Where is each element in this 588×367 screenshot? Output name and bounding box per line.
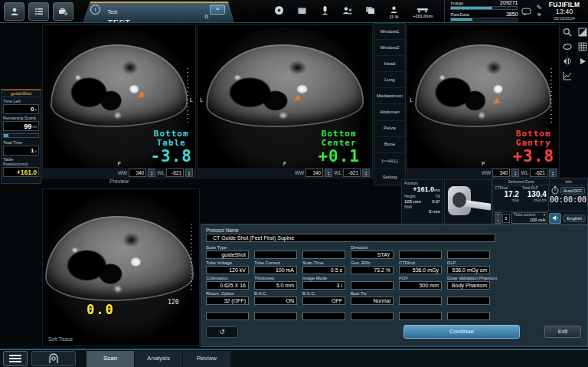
protocol-name-input[interactable]: CT Guide Shot (Feet First) Supine (206, 234, 495, 242)
collimation-input[interactable]: 0.625 X 16 (206, 281, 249, 290)
gantry-monitor-button[interactable] (31, 351, 76, 366)
viewport-bottom-center[interactable]: Bottom Center +0.1 L P WW 340 ▴▾ WL -621… (197, 25, 373, 179)
ctdi-input[interactable]: 536.0 mGy (399, 266, 442, 274)
ww-spinner[interactable]: ▴▾ (325, 169, 332, 177)
undo-button[interactable]: ↺ (206, 326, 238, 338)
bgc-input[interactable]: OFF (302, 297, 345, 305)
histogram-icon[interactable] (563, 71, 572, 80)
image-mode-input[interactable]: 3 i (302, 281, 345, 290)
transfer-button[interactable] (340, 5, 355, 15)
preset-head[interactable]: Head (374, 56, 405, 72)
wl-spinner[interactable]: ▴▾ (185, 169, 193, 177)
stepper-down-icon[interactable]: ▾ (495, 218, 501, 224)
wl-value[interactable]: -621 (530, 169, 547, 177)
tube-voltage-input[interactable]: 120 kV (206, 266, 249, 274)
image-counter-value: 209271 (500, 0, 518, 5)
ww-spinner[interactable]: ▴▾ (511, 169, 519, 177)
preset-window1[interactable]: Window1 (374, 24, 405, 40)
dose-phantom-input[interactable]: Body Phantom (447, 281, 490, 290)
grid-icon[interactable] (578, 42, 587, 51)
protocol-field: Collimation0.625 X 16 (206, 276, 249, 290)
preset-bone[interactable]: Bone (374, 137, 405, 153)
scan-type-input[interactable]: guideShot (206, 251, 249, 259)
xray-tube-icon (390, 5, 398, 14)
remaining-scans-label: Remaining Scans (3, 116, 39, 120)
orientation-posterior: P (118, 161, 121, 167)
brand-clock: FUJIFILM 13:40 05/16/2024 (544, 2, 584, 21)
stepper-value: 5 (502, 214, 510, 223)
exposure-timer: 00:00:00 (550, 195, 586, 204)
preset-setting[interactable]: Setting (374, 169, 405, 185)
viewport-bottom-table[interactable]: Bottom Table -3.8 L P WW 340 ▴▾ WL -621 … (42, 25, 196, 179)
table-position-indicator[interactable]: +161.0mm (409, 5, 436, 18)
tab-scan[interactable]: Scan (87, 351, 134, 367)
direction-input[interactable]: STAY (351, 251, 394, 259)
language-button[interactable]: English (563, 215, 586, 222)
wl-spinner[interactable]: ▴▾ (362, 169, 370, 177)
patient-tab[interactable]: i Test TEST 0 × (83, 2, 234, 22)
ctdi-unit: mGy (495, 198, 519, 202)
hamburger-icon (9, 355, 21, 356)
dlp-input[interactable]: 536.0 mGy cm (447, 266, 490, 274)
tube-current-dropdown[interactable]: Tube current▾ 100 mA (511, 212, 547, 223)
tab-analysis[interactable]: Analysis (135, 351, 182, 367)
annotation-column: ✎ ♥ (536, 5, 542, 18)
geo-effic-input[interactable]: 73.2 % (351, 266, 394, 274)
menu-button[interactable] (3, 351, 28, 366)
ww-spinner[interactable]: ▴▾ (148, 169, 155, 177)
preset-window2[interactable]: Window2 (374, 40, 405, 56)
ww-value[interactable]: 340 (492, 169, 510, 177)
preset-abdomen[interactable]: Abdomen (374, 104, 405, 120)
tab-review[interactable]: Review (183, 351, 230, 367)
print-button[interactable] (53, 2, 74, 21)
exit-button[interactable]: Exit (544, 326, 581, 338)
ww-value[interactable]: 340 (129, 169, 146, 177)
patient-button[interactable] (4, 2, 24, 21)
gantry-illustration (444, 179, 492, 225)
image-counter-bar (450, 6, 518, 10)
window-level-icon[interactable] (578, 28, 587, 37)
viewport-soft-tissue[interactable]: 120 0.0 Soft Tissue (42, 188, 200, 346)
ct-image (45, 192, 197, 343)
injector-icon (321, 5, 329, 15)
preset-lung[interactable]: Lung (374, 72, 405, 88)
injector-button[interactable] (317, 5, 332, 15)
stepper-up-icon[interactable]: ▴ (495, 212, 501, 218)
bhc-input[interactable]: ON (254, 297, 297, 305)
voice-button[interactable] (549, 213, 561, 224)
wl-value[interactable]: -621 (343, 169, 361, 177)
disc-button[interactable] (271, 5, 286, 15)
close-icon[interactable]: × (210, 5, 225, 15)
storage-button[interactable] (294, 5, 309, 15)
bow-tie-input[interactable]: Normal (351, 297, 394, 305)
print-icon (58, 7, 68, 16)
worklist-button[interactable] (28, 2, 49, 21)
preset-all[interactable]: [>>ALL] (374, 153, 405, 169)
tube-current-input[interactable]: 100 mA (254, 266, 297, 274)
zoom-icon[interactable] (563, 28, 572, 37)
film-button[interactable] (363, 5, 378, 15)
continue-button[interactable]: Continue (403, 325, 520, 339)
recon-option-input[interactable]: 32 (OFF) (206, 297, 249, 305)
scan-count-stepper[interactable]: ▴▾ 5 (495, 212, 510, 224)
fov-input[interactable]: 500 mm (399, 281, 442, 290)
time-left-value: 0 s (3, 104, 39, 114)
tube-usage-indicator[interactable]: 11 % (386, 5, 401, 19)
viewport-bottom-gantry[interactable]: Bottom Gantry +3.8 L P WW 340 ▴▾ WL -621… (407, 25, 560, 179)
ellipse-roi-icon[interactable] (563, 42, 572, 51)
wl-spinner[interactable]: ▴▾ (549, 169, 557, 177)
window-preset-menu: Window1 Window2 Head Lung Mediastinum Ab… (374, 23, 406, 185)
scan-time-input[interactable]: 0.5 s (302, 266, 345, 274)
ww-value[interactable]: 340 (305, 169, 323, 177)
mirror-icon[interactable] (563, 57, 572, 66)
preset-pelvis[interactable]: Pelvis (374, 121, 405, 137)
undo-icon: ↺ (219, 328, 225, 336)
chat-bubble-icon (521, 8, 531, 16)
play-icon[interactable] (578, 57, 587, 66)
auto-off-button[interactable]: AutoOFF (560, 187, 585, 195)
scan-progress-bar (3, 133, 39, 138)
message-button[interactable] (521, 5, 531, 19)
preset-mediastinum[interactable]: Mediastinum (374, 88, 405, 104)
wl-value[interactable]: -621 (166, 169, 184, 177)
thickness-input[interactable]: 5.0 mm (254, 281, 297, 290)
